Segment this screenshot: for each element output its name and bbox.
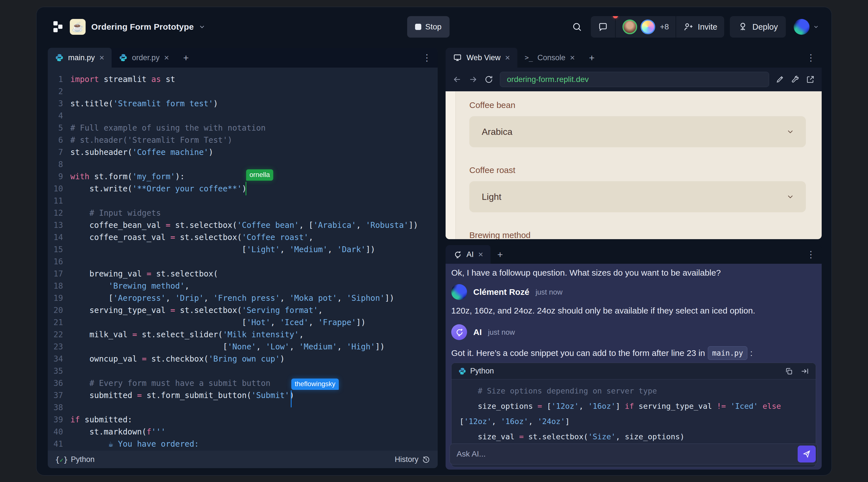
devtools-wrench-icon[interactable] — [790, 75, 800, 84]
refresh-icon[interactable] — [484, 74, 494, 84]
ask-ai-bar — [450, 444, 818, 464]
top-bar: ☕ Ordering Form Prototype Stop — [36, 7, 832, 47]
line-number: 1 — [51, 73, 63, 85]
code-line: 19 ['Aeropress', 'Drip', 'French press',… — [51, 292, 438, 304]
language-indicator[interactable]: {✓} Python — [55, 455, 95, 464]
copy-icon[interactable] — [785, 367, 793, 375]
code-editor[interactable]: 1import streamlit as st23st.title('Strea… — [48, 67, 438, 451]
select-coffee-bean[interactable]: Arabica — [469, 116, 806, 147]
profile-avatar — [794, 19, 809, 35]
back-icon[interactable] — [453, 74, 462, 84]
chat-button[interactable] — [591, 16, 615, 38]
chevron-down-icon[interactable] — [198, 23, 206, 31]
code-line: 16 — [51, 255, 438, 268]
timestamp: just now — [535, 288, 562, 297]
project-icon[interactable]: ☕ — [70, 19, 86, 35]
tab-main-py[interactable]: main.py × — [48, 48, 112, 67]
line-number: 4 — [51, 110, 63, 122]
field-label-coffee-bean: Coffee bean — [469, 100, 806, 110]
line-number: 14 — [51, 231, 63, 243]
chevron-down-icon — [813, 24, 819, 30]
close-icon[interactable]: × — [164, 53, 169, 62]
new-tab-button[interactable]: + — [491, 245, 510, 264]
select-coffee-roast[interactable]: Light — [469, 181, 806, 212]
app-window: ☕ Ordering Form Prototype Stop — [36, 7, 832, 476]
deploy-icon — [738, 22, 748, 32]
close-icon[interactable]: × — [99, 53, 104, 62]
code-line: 3st.title('Streamlit form test') — [51, 97, 438, 110]
line-number: 7 — [51, 146, 63, 158]
line-number: 8 — [51, 158, 63, 171]
code-line: 7st.subheader('Coffee machine') — [51, 146, 438, 158]
ai-name: AI — [473, 327, 482, 337]
line-number: 23 — [51, 341, 63, 353]
code-line: 14 coffee_roast_val = st.selectbox('Coff… — [51, 231, 438, 243]
ai-message: Got it. Here’s a code snippet you can ad… — [451, 346, 816, 360]
insert-code-icon[interactable] — [801, 367, 809, 375]
code-line: 1import streamlit as st — [51, 73, 438, 85]
close-icon[interactable]: × — [505, 53, 510, 62]
code-line: 17 brewing_val = st.selectbox( — [51, 268, 438, 280]
tab-order-py[interactable]: order.py × — [112, 48, 176, 67]
member-avatar[interactable] — [641, 20, 655, 34]
kebab-menu-icon[interactable]: ⋮ — [416, 48, 438, 67]
close-icon[interactable]: × — [570, 53, 575, 62]
tab-web-view[interactable]: Web View × — [445, 48, 517, 67]
members-overflow-count[interactable]: +8 — [660, 22, 669, 31]
line-number: 16 — [51, 255, 63, 268]
collab-cursor-ornella: ornella — [246, 169, 273, 181]
edit-pencil-icon[interactable] — [775, 75, 784, 84]
new-tab-button[interactable]: + — [176, 48, 195, 67]
ask-ai-input[interactable] — [457, 450, 798, 458]
tab-console[interactable]: >_ Console × — [517, 48, 582, 67]
editor-status-bar: {✓} Python History — [48, 451, 438, 468]
ai-tab-bar: AI × + ⋮ — [445, 245, 822, 264]
member-avatar[interactable] — [622, 20, 637, 34]
kebab-menu-icon[interactable]: ⋮ — [800, 245, 822, 264]
open-external-icon[interactable] — [806, 75, 815, 84]
forward-icon[interactable] — [468, 74, 478, 84]
send-button[interactable] — [798, 446, 816, 462]
project-title[interactable]: Ordering Form Prototype — [91, 22, 194, 32]
line-number: 15 — [51, 243, 63, 255]
replit-logo-icon[interactable] — [53, 20, 63, 33]
code-lines: 1import streamlit as st23st.title('Strea… — [51, 73, 438, 450]
new-tab-button[interactable]: + — [582, 48, 601, 67]
close-icon[interactable]: × — [478, 250, 484, 259]
deploy-button[interactable]: Deploy — [730, 16, 786, 38]
tab-ai[interactable]: AI × — [445, 245, 491, 264]
line-number: 9 — [51, 171, 63, 183]
members[interactable]: +8 — [616, 16, 676, 38]
inline-code-chip[interactable]: main.py — [708, 346, 747, 360]
code-line: 34 owncup_val = st.checkbox('Bring own c… — [51, 353, 438, 365]
code-line: 40 st.markdown(f''' — [51, 426, 438, 438]
chevron-down-icon — [786, 192, 795, 201]
history-button[interactable]: History — [395, 455, 430, 464]
kebab-menu-icon[interactable]: ⋮ — [800, 48, 822, 67]
code-line: 20 serving_type_val = st.selectbox('Serv… — [51, 304, 438, 317]
line-number: 21 — [51, 317, 63, 329]
ai-message-continued: Ok, I have a followup question. What siz… — [451, 267, 816, 278]
line-number: 36 — [51, 377, 63, 389]
stop-button[interactable]: Stop — [407, 16, 450, 38]
line-number: 37 — [51, 389, 63, 401]
search-icon[interactable] — [571, 22, 582, 32]
person-plus-icon — [683, 22, 693, 32]
line-number: 19 — [51, 292, 63, 304]
url-bar[interactable]: ordering-form.replit.dev — [500, 72, 769, 87]
line-number: 34 — [51, 353, 63, 365]
python-icon — [119, 54, 127, 62]
invite-button[interactable]: Invite — [676, 16, 724, 38]
account-menu[interactable] — [794, 19, 819, 35]
collab-cursor-theflowingsky: theflowingsky — [291, 379, 339, 390]
field-label-coffee-roast: Coffee roast — [469, 165, 806, 175]
code-line: 9with st.form('my_form'): — [51, 171, 438, 183]
ai-avatar — [451, 324, 467, 340]
code-block-language: Python — [470, 367, 494, 375]
line-number: 39 — [51, 414, 63, 426]
monitor-icon — [453, 53, 462, 62]
code-line: 23 ['None', 'Low', 'Medium', 'High']) — [51, 341, 438, 353]
code-block-header: Python — [452, 363, 816, 380]
code-line: 38 — [51, 401, 438, 414]
select-value: Arabica — [482, 127, 513, 137]
